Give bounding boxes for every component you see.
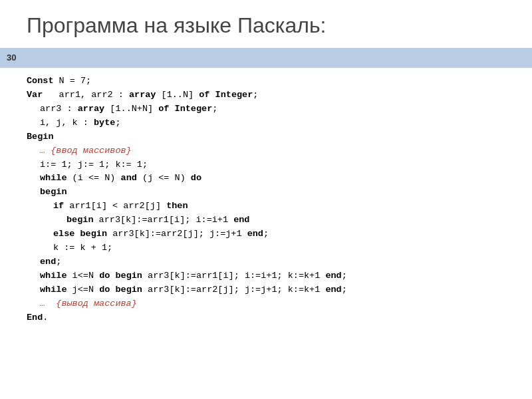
keyword: end (247, 229, 263, 239)
code-line: k := k + 1; (27, 241, 505, 255)
keyword: begin (115, 285, 142, 295)
code-line: while j<=N do begin arr3[k]:=arr2[j]; j:… (27, 283, 505, 297)
code-line: … {ввод массивов} (27, 144, 505, 158)
keyword: byte (94, 118, 115, 128)
code-line: Const N = 7; (27, 74, 505, 88)
keyword: end (233, 215, 249, 225)
keyword: do (191, 173, 201, 183)
slide-number-bar: 30 (0, 48, 532, 66)
keyword: while (40, 173, 67, 183)
code-line: if arr1[i] < arr2[j] then (27, 200, 505, 213)
code-line: arr3 : array [1..N+N] of Integer; (27, 102, 505, 116)
code-line: else begin arr3[k]:=arr2[j]; j:=j+1 end; (27, 227, 505, 241)
code-line: Begin (27, 130, 505, 144)
keyword: if (53, 201, 64, 211)
presentation-slide: Программа на языке Паскаль: 30 Const N =… (0, 0, 532, 399)
code-line: … {вывод массива} (27, 297, 505, 311)
keyword: array (78, 104, 105, 114)
keyword: Begin (27, 132, 54, 142)
code-line: begin arr3[k]:=arr1[i]; i:=i+1 end (27, 213, 505, 227)
keyword: Var (27, 90, 43, 100)
keyword: do (99, 285, 110, 295)
code-area: Const N = 7; Var arr1, arr2 : array [1..… (0, 66, 532, 399)
keyword: of (199, 90, 209, 100)
code-line: i, j, k : byte; (27, 116, 505, 130)
keyword: begin (115, 271, 142, 281)
slide-title: Программа на языке Паскаль: (27, 13, 505, 38)
slide-number: 30 (7, 53, 16, 63)
comment: … {ввод массивов} (40, 146, 132, 156)
keyword: begin (80, 229, 108, 239)
keyword: while (40, 285, 67, 295)
keyword: End (27, 313, 43, 323)
code-line: while i<=N do begin arr3[k]:=arr1[i]; i:… (27, 269, 505, 283)
keyword: Integer (215, 90, 253, 100)
code-line: begin (27, 186, 505, 200)
keyword: begin (66, 215, 94, 225)
keyword: begin (40, 187, 67, 197)
code-line: End. (27, 311, 505, 325)
keyword: of (158, 104, 169, 114)
keyword: else (53, 229, 74, 239)
code-block: Const N = 7; Var arr1, arr2 : array [1..… (27, 74, 505, 325)
keyword: end (325, 271, 341, 281)
title-area: Программа на языке Паскаль: (0, 0, 532, 48)
keyword: Integer (175, 104, 213, 114)
keyword: while (40, 271, 67, 281)
comment: … {вывод массива} (40, 299, 137, 309)
keyword: end (325, 285, 341, 295)
code-line: Var arr1, arr2 : array [1..N] of Integer… (27, 88, 505, 102)
keyword: Const (27, 76, 54, 86)
keyword: end (40, 257, 56, 267)
keyword: do (99, 271, 110, 281)
code-line: end; (27, 255, 505, 269)
keyword: array (129, 90, 156, 100)
code-line: while (i <= N) and (j <= N) do (27, 172, 505, 186)
code-line: i:= 1; j:= 1; k:= 1; (27, 158, 505, 172)
keyword: then (166, 201, 188, 211)
keyword: and (121, 173, 137, 183)
